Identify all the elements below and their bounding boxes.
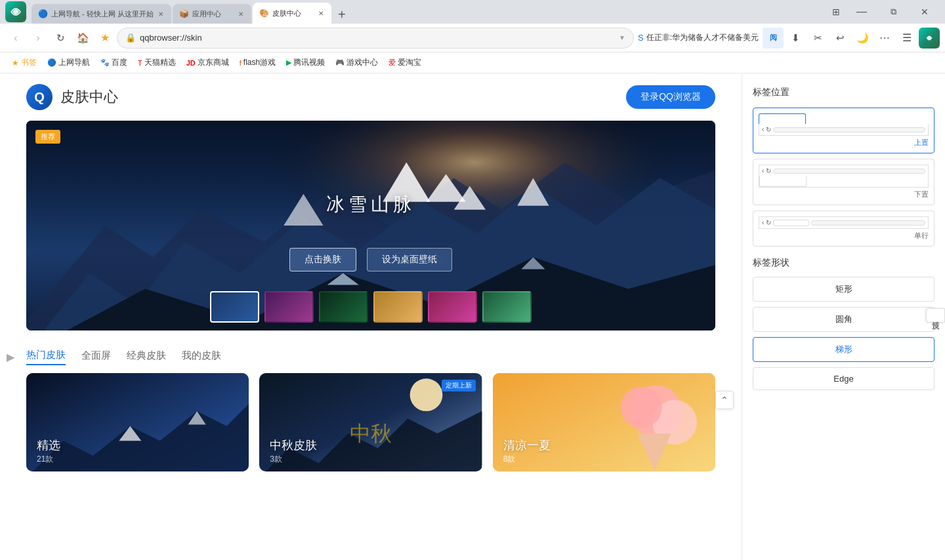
hero-badge: 推荐 <box>35 130 60 144</box>
thumbnail-3[interactable] <box>319 291 368 323</box>
card3-count: 8款 <box>503 454 516 465</box>
shape-edge-button[interactable]: Edge <box>753 367 934 390</box>
tab-shape-section: 标签形状 矩形 圆角 梯形 Edge <box>753 257 934 395</box>
game-center-icon: 🎮 <box>335 58 345 67</box>
download-button[interactable]: ⬇ <box>785 28 806 49</box>
bookmark-flash[interactable]: f flash游戏 <box>236 56 280 70</box>
news-text: 任正非:华为储备人才不储备美元 <box>646 32 759 43</box>
hero-buttons: 点击换肤 设为桌面壁纸 <box>289 248 452 271</box>
toolbar: ‹ › ↻ 🏠 ★ 🔒 qqbrowser://skin ▼ S 任正非:华为储… <box>0 24 945 52</box>
night-mode-button[interactable]: 🌙 <box>852 28 873 49</box>
shape-trapezoid-button[interactable]: 梯形 <box>753 337 934 362</box>
bookmark-baidu[interactable]: 🐾 百度 <box>96 56 131 70</box>
bookmark-game-center[interactable]: 🎮 游戏中心 <box>331 56 382 70</box>
tabs-container: 🔵 上网导航 - 轻快上网 从这里开始 ✕ 📦 应用中心 ✕ 🎨 皮肤中心 ✕ … <box>32 0 824 24</box>
aitaobao-icon: 爱 <box>388 58 396 68</box>
hero-thumbnails <box>210 291 532 323</box>
scissors-button[interactable]: ✂ <box>807 28 828 49</box>
baidu-icon: 🐾 <box>100 58 110 67</box>
maximize-button[interactable]: ⧉ <box>878 1 908 22</box>
scroll-up-button[interactable]: ⌃ <box>715 391 734 409</box>
tencent-video-icon: ▶ <box>286 58 291 67</box>
history-back-button[interactable]: ↩ <box>830 28 850 49</box>
tab-position-bottom-option[interactable]: ‹ ↻ 下置 <box>753 159 934 205</box>
window-controls: ⊞ — ⧉ ✕ <box>827 1 940 22</box>
address-bar[interactable]: 🔒 qqbrowser://skin ▼ <box>117 28 634 49</box>
more-button[interactable]: ⋯ <box>874 28 895 49</box>
bookmark-star-button[interactable]: ★ <box>94 28 116 49</box>
section-tab-classic[interactable]: 经典皮肤 <box>127 350 166 365</box>
thumbnail-5[interactable] <box>428 291 477 323</box>
card1-count: 21款 <box>37 454 53 465</box>
page-title: 皮肤中心 <box>60 87 118 107</box>
bookmarks-label[interactable]: ★ 书签 <box>8 56 41 70</box>
browser-logo <box>5 1 26 22</box>
thumbnail-6[interactable] <box>482 291 532 323</box>
top-tab-preview <box>759 113 806 124</box>
tab-2-close[interactable]: ✕ <box>237 9 245 19</box>
title-bar: 🔵 上网导航 - 轻快上网 从这里开始 ✕ 📦 应用中心 ✕ 🎨 皮肤中心 ✕ … <box>0 0 945 24</box>
add-tab-button[interactable]: + <box>333 5 351 24</box>
bookmark-jd[interactable]: JD 京东商城 <box>182 56 233 70</box>
shape-rect-button[interactable]: 矩形 <box>753 277 934 302</box>
left-scroll-indicator[interactable]: ▶ <box>7 351 14 363</box>
browser-sidebar-logo[interactable] <box>919 28 940 49</box>
thumbnail-2[interactable] <box>264 291 314 323</box>
svg-point-17 <box>410 378 443 411</box>
shangwang-icon: 🔵 <box>47 58 56 67</box>
app-logo: Q <box>26 84 52 110</box>
news-s-icon: S <box>638 33 644 43</box>
sidebar-toggle-button[interactable]: ⊞ <box>827 3 845 21</box>
login-button[interactable]: 登录QQ浏览器 <box>626 85 715 109</box>
minimize-button[interactable]: — <box>847 1 877 22</box>
section-tab-hot[interactable]: 热门皮肤 <box>26 349 66 365</box>
svg-point-24 <box>620 387 662 428</box>
main-content: Q 皮肤中心 登录QQ浏览器 <box>0 73 742 560</box>
skin-card-2[interactable]: 中秋 定期上新 中秋皮肤 3款 <box>259 373 482 471</box>
tab-shape-title: 标签形状 <box>753 257 934 269</box>
set-wallpaper-button[interactable]: 设为桌面壁纸 <box>367 248 452 271</box>
jd-icon: JD <box>186 59 196 67</box>
section-tab-fullscreen[interactable]: 全面屏 <box>81 350 111 365</box>
section-tab-my[interactable]: 我的皮肤 <box>182 350 221 365</box>
skin-card-3[interactable]: 清凉一夏 8款 <box>493 373 715 471</box>
single-label: 单行 <box>759 231 929 241</box>
back-button[interactable]: ‹ <box>5 28 26 49</box>
tab-position-top-option[interactable]: ‹ ↻ 上置 <box>753 108 934 153</box>
reload-button[interactable]: ↻ <box>50 28 71 49</box>
card2-title: 中秋皮肤 <box>270 437 317 453</box>
tab-position-single-option[interactable]: ‹ ↻ 单行 <box>753 210 934 247</box>
tianmao-icon: T <box>138 59 142 67</box>
tab-3-close[interactable]: ✕ <box>317 9 325 18</box>
feedback-button[interactable]: 反馈 <box>926 308 945 323</box>
flash-icon: f <box>240 59 242 67</box>
hero-banner: 推荐 冰雪山脉 点击换肤 设为桌面壁纸 <box>26 121 715 330</box>
sidebar-panel: 标签位置 ‹ ↻ 上置 <box>742 73 945 560</box>
tab-1[interactable]: 🔵 上网导航 - 轻快上网 从这里开始 ✕ <box>32 4 171 24</box>
bookmark-aitaobao[interactable]: 爱 爱淘宝 <box>385 56 425 70</box>
apply-skin-button[interactable]: 点击换肤 <box>289 248 356 271</box>
close-button[interactable]: ✕ <box>910 1 940 22</box>
tab-3-favicon: 🎨 <box>259 9 269 18</box>
thumbnail-1[interactable] <box>210 291 259 323</box>
hero-title: 冰雪山脉 <box>326 192 415 217</box>
bookmark-tianmao[interactable]: T 天猫精选 <box>134 56 180 70</box>
card1-bg <box>26 373 249 471</box>
home-button[interactable]: 🏠 <box>72 28 93 49</box>
forward-button[interactable]: › <box>28 28 49 49</box>
tab-2[interactable]: 📦 应用中心 ✕ <box>173 4 251 24</box>
card3-title: 清凉一夏 <box>503 437 551 453</box>
reader-button[interactable]: 阅 <box>763 28 784 49</box>
menu-button[interactable]: ☰ <box>896 28 917 49</box>
thumbnail-4[interactable] <box>373 291 423 323</box>
shape-rounded-button[interactable]: 圆角 <box>753 307 934 332</box>
address-dropdown-icon[interactable]: ▼ <box>619 34 625 41</box>
skin-card-1[interactable]: 精选 21款 <box>26 373 249 471</box>
tab-1-title: 上网导航 - 轻快上网 从这里开始 <box>51 9 154 19</box>
tab-3[interactable]: 🎨 皮肤中心 ✕ <box>253 3 331 24</box>
toolbar-news: S 任正非:华为储备人才不储备美元 <box>635 32 761 43</box>
bookmark-shangwang[interactable]: 🔵 上网导航 <box>43 56 94 70</box>
bookmark-tencent-video[interactable]: ▶ 腾讯视频 <box>282 56 329 70</box>
logo-area: Q 皮肤中心 <box>26 84 118 110</box>
tab-1-close[interactable]: ✕ <box>157 9 165 19</box>
